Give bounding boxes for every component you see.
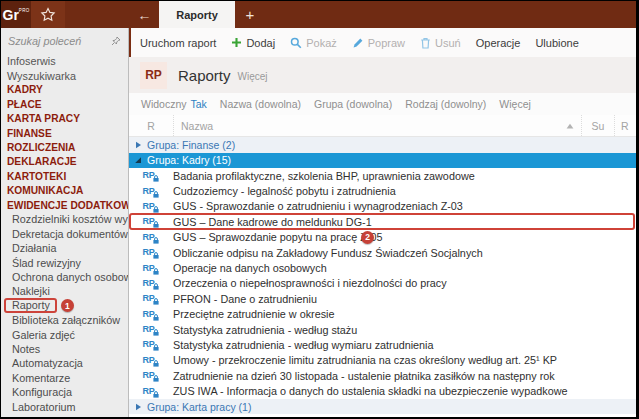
report-row[interactable]: RPUmowy - przekroczenie limitu zatrudnia… — [129, 353, 636, 368]
report-rp-icon: RP — [143, 279, 160, 288]
sidebar-item-label: EWIDENCJE DODATKOWE — [7, 200, 128, 211]
column-header-su[interactable]: Su — [581, 115, 614, 136]
sidebar-item-label: Galeria zdjęć — [12, 329, 75, 341]
toolbar-button-label: Popraw — [368, 37, 405, 49]
filter-value[interactable]: Tak — [191, 98, 207, 110]
sidebar-item-ślad-rewizyjny[interactable]: Ślad rewizyjny — [1, 255, 128, 269]
column-header-name[interactable]: Nazwa — [173, 115, 581, 136]
sidebar-item-rozliczenia[interactable]: ROZLICZENIA — [1, 140, 128, 154]
new-tab-button[interactable]: + — [235, 1, 265, 28]
sidebar-item-label: KOMUNIKACJA — [7, 185, 83, 196]
sidebar-item-biblioteka-załączników[interactable]: Biblioteka załączników — [1, 313, 128, 327]
filter-rodzaj-dowolny-[interactable]: Rodzaj (dowolny) — [405, 98, 486, 110]
sidebar-item-infoserwis[interactable]: Infoserwis — [1, 54, 128, 68]
pencil-icon — [352, 37, 364, 49]
search-input[interactable]: Szukaj poleceń — [8, 35, 111, 47]
report-row[interactable]: RPZatrudnienie na dzień 30 listopada - u… — [129, 368, 636, 383]
report-row[interactable]: RPOperacje na danych osobowych — [129, 260, 636, 275]
tab-raporty[interactable]: Raporty — [159, 1, 235, 28]
toolbar-button-label: Uruchom raport — [140, 37, 216, 49]
sidebar-item-label: ROZLICZENIA — [7, 142, 75, 153]
report-row[interactable]: RPGUS – Sprawozdanie popytu na pracę Z-0… — [129, 230, 636, 245]
pin-icon[interactable] — [111, 32, 121, 50]
plus-tab-icon: + — [246, 6, 255, 23]
sidebar-item-karta-pracy[interactable]: KARTA PRACY — [1, 112, 128, 126]
report-row[interactable]: RPStatystyka zatrudnienia - według stażu — [129, 322, 636, 337]
sidebar-item-dekretacja-dokumentów[interactable]: Dekretacja dokumentów — [1, 227, 128, 241]
report-row[interactable]: RPPrzeciętne zatrudnienie w okresie — [129, 307, 636, 322]
filter-label: Nazwa (dowolna) — [220, 98, 301, 110]
annotation-box-raporty: Raporty — [4, 298, 57, 313]
group-row-kadry[interactable]: Grupa: Kadry (15) — [129, 153, 636, 169]
sidebar-item-label: KADRY — [7, 84, 43, 95]
report-grid: Grupa: Finanse (2)Grupa: Kadry (15)RPBad… — [129, 137, 636, 417]
report-row[interactable]: RPGUS - Sprawozdanie o zatrudnieniu i wy… — [129, 199, 636, 214]
toolbar-button-dodaj[interactable]: Dodaj — [231, 37, 275, 49]
sidebar-item-notes[interactable]: Notes — [1, 342, 128, 356]
sidebar-item-kartoteki[interactable]: KARTOTEKI — [1, 169, 128, 183]
report-row[interactable]: RPObliczanie odpisu na Zakładowy Fundusz… — [129, 245, 636, 260]
group-collapsed-icon[interactable] — [134, 141, 142, 149]
sidebar-item-label: KARTOTEKI — [7, 171, 66, 182]
sidebar-item-automatyzacja[interactable]: Automatyzacja — [1, 356, 128, 370]
report-row[interactable]: RPGUS – Dane kadrowe do meldunku DG-1 — [129, 214, 636, 229]
toolbar-button-operacje[interactable]: Operacje — [476, 37, 521, 49]
group-expanded-icon[interactable] — [134, 156, 142, 164]
app-logo[interactable]: GrPRO — [1, 1, 31, 28]
toolbar: Uruchom raportDodajPokażPoprawUsuńOperac… — [129, 28, 636, 57]
sidebar-item-rozdzielniki-kosztów-wyna-[interactable]: Rozdzielniki kosztów wyna... — [1, 212, 128, 226]
filter-grupa-dowolna-[interactable]: Grupa (dowolna) — [314, 98, 392, 110]
report-row[interactable]: RPBadania profilaktyczne, szkolenia BHP,… — [129, 168, 636, 183]
sidebar-item-finanse[interactable]: FINANSE — [1, 126, 128, 140]
report-name: PFRON - Dane o zatrudnieniu — [173, 293, 317, 305]
tab-label: Raporty — [176, 9, 218, 21]
back-button[interactable]: ← — [130, 1, 159, 28]
toolbar-button-pokaż[interactable]: Pokaż — [290, 37, 337, 49]
header-more-link[interactable]: Więcej — [238, 71, 268, 82]
sort-ascending-icon[interactable] — [566, 123, 574, 129]
filter-nazwa-dowolna-[interactable]: Nazwa (dowolna) — [220, 98, 301, 110]
module-header: RP Raporty Więcej — [129, 57, 636, 93]
group-row-karta-pracy[interactable]: Grupa: Karta pracy (1) — [129, 399, 636, 415]
sidebar-item-ewidencje-dodatkowe[interactable]: EWIDENCJE DODATKOWE — [1, 198, 128, 212]
sidebar-item-label: Biblioteka załączników — [12, 314, 120, 326]
report-row[interactable]: RPCudzoziemcy - legalność pobytu i zatru… — [129, 183, 636, 198]
sidebar-item-ochrona-danych-osobowych[interactable]: Ochrona danych osobowych — [1, 270, 128, 284]
group-row-finanse[interactable]: Grupa: Finanse (2) — [129, 137, 636, 153]
filter-więcej[interactable]: Więcej — [499, 98, 531, 110]
filter-label: Rodzaj (dowolny) — [405, 98, 486, 110]
toolbar-button-usuń[interactable]: Usuń — [420, 37, 461, 49]
sidebar-item-kadry[interactable]: KADRY — [1, 83, 128, 97]
column-header-r[interactable]: R — [614, 115, 636, 136]
sidebar-item-raporty[interactable]: Raporty1 — [1, 299, 128, 313]
group-label: Grupa: Karta pracy (1) — [147, 401, 251, 413]
sidebar-item-deklaracje[interactable]: DEKLARACJE — [1, 155, 128, 169]
sidebar-item-naklejki[interactable]: Naklejki — [1, 284, 128, 298]
report-row[interactable]: RPOrzeczenia o niepełnosprawności i niez… — [129, 276, 636, 291]
sidebar-item-działania[interactable]: Działania — [1, 241, 128, 255]
report-row[interactable]: RPZUS IWA - Informacja o danych do ustal… — [129, 383, 636, 398]
filter-label: Grupa (dowolna) — [314, 98, 392, 110]
star-icon — [40, 7, 56, 22]
logo-pro-label: PRO — [19, 8, 30, 13]
sidebar-item-label: Infoserwis — [7, 55, 56, 67]
sidebar-item-laboratorium[interactable]: Laboratorium — [1, 399, 128, 413]
sidebar-item-galeria-zdjęć[interactable]: Galeria zdjęć — [1, 327, 128, 341]
group-collapsed-icon[interactable] — [134, 403, 142, 411]
toolbar-button-uruchom-raport[interactable]: Uruchom raport — [140, 37, 216, 49]
filter-widoczny[interactable]: WidocznyTak — [141, 98, 207, 110]
toolbar-button-ulubione[interactable]: Ulubione — [535, 37, 578, 49]
favorites-star-button[interactable] — [31, 1, 65, 28]
sidebar-item-wyszukiwarka[interactable]: Wyszukiwarka — [1, 68, 128, 82]
sidebar-item-label: KARTA PRACY — [7, 113, 80, 124]
command-search[interactable]: Szukaj poleceń — [1, 28, 128, 54]
report-row[interactable]: RPPFRON - Dane o zatrudnieniu — [129, 291, 636, 306]
sidebar-item-płace[interactable]: PŁACE — [1, 97, 128, 111]
toolbar-button-popraw[interactable]: Popraw — [352, 37, 405, 49]
report-rp-icon: RP — [143, 371, 160, 380]
sidebar-item-komunikacja[interactable]: KOMUNIKACJA — [1, 184, 128, 198]
column-header-icon[interactable]: R — [129, 120, 173, 132]
sidebar-item-konfiguracja[interactable]: Konfiguracja — [1, 385, 128, 399]
report-row[interactable]: RPStatystyka zatrudnienia - według wymia… — [129, 337, 636, 352]
sidebar-item-komentarze[interactable]: Komentarze — [1, 371, 128, 385]
